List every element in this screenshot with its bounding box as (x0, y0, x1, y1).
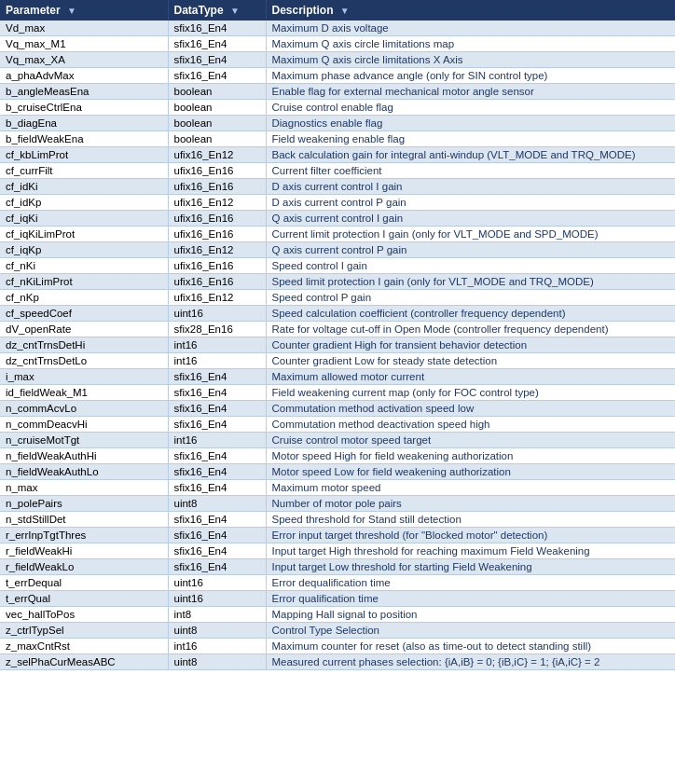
filter-icon-datatype[interactable]: ▼ (230, 6, 240, 16)
cell-datatype: uint16 (168, 306, 266, 322)
cell-description: D axis current control I gain (266, 179, 675, 195)
cell-datatype: boolean (168, 100, 266, 116)
cell-datatype: sfix16_En4 (168, 369, 266, 385)
cell-description: Diagnostics enable flag (266, 116, 675, 131)
table-row: b_angleMeasEnabooleanEnable flag for ext… (0, 84, 675, 100)
cell-parameter: cf_idKi (0, 179, 168, 195)
cell-description: Speed threshold for Stand still detectio… (266, 512, 675, 528)
cell-parameter: n_fieldWeakAuthLo (0, 464, 168, 480)
table-row: z_maxCntRstint16Maximum counter for rese… (0, 639, 675, 654)
cell-description: Maximum motor speed (266, 480, 675, 496)
col-header-parameter[interactable]: Parameter ▼ (0, 0, 168, 21)
cell-parameter: n_fieldWeakAuthHi (0, 448, 168, 464)
cell-datatype: sfix16_En4 (168, 559, 266, 575)
cell-parameter: cf_idKp (0, 195, 168, 211)
table-row: n_fieldWeakAuthLosfix16_En4Motor speed L… (0, 464, 675, 480)
cell-datatype: int16 (168, 433, 266, 448)
cell-datatype: uint16 (168, 591, 266, 607)
table-row: i_maxsfix16_En4Maximum allowed motor cur… (0, 369, 675, 385)
cell-parameter: cf_kbLimProt (0, 147, 168, 163)
cell-parameter: id_fieldWeak_M1 (0, 385, 168, 401)
table-row: cf_idKiufix16_En16D axis current control… (0, 179, 675, 195)
cell-parameter: dV_openRate (0, 322, 168, 337)
cell-parameter: cf_iqKi (0, 211, 168, 227)
table-row: n_fieldWeakAuthHisfix16_En4Motor speed H… (0, 448, 675, 464)
cell-datatype: sfix16_En4 (168, 543, 266, 559)
cell-datatype: sfix16_En4 (168, 52, 266, 68)
cell-description: Maximum phase advance angle (only for SI… (266, 68, 675, 84)
cell-description: Current limit protection I gain (only fo… (266, 227, 675, 242)
cell-parameter: cf_nKp (0, 290, 168, 306)
cell-parameter: n_max (0, 480, 168, 496)
cell-description: Speed control I gain (266, 258, 675, 274)
table-row: Vd_maxsfix16_En4Maximum D axis voltage (0, 21, 675, 36)
cell-parameter: n_commAcvLo (0, 401, 168, 417)
cell-parameter: b_angleMeasEna (0, 84, 168, 100)
cell-parameter: cf_iqKiLimProt (0, 227, 168, 242)
cell-parameter: Vq_max_M1 (0, 36, 168, 52)
table-row: dz_cntTrnsDetLoint16Counter gradient Low… (0, 353, 675, 369)
cell-datatype: boolean (168, 116, 266, 131)
cell-datatype: ufix16_En16 (168, 179, 266, 195)
cell-datatype: sfix16_En4 (168, 528, 266, 543)
table-row: n_maxsfix16_En4Maximum motor speed (0, 480, 675, 496)
cell-parameter: t_errQual (0, 591, 168, 607)
cell-description: Field weakening enable flag (266, 131, 675, 147)
table-row: t_errDequaluint16Error dequalification t… (0, 575, 675, 591)
table-row: cf_kbLimProtufix16_En12Back calculation … (0, 147, 675, 163)
cell-parameter: Vd_max (0, 21, 168, 36)
cell-description: Rate for voltage cut-off in Open Mode (c… (266, 322, 675, 337)
cell-parameter: r_errInpTgtThres (0, 528, 168, 543)
cell-parameter: z_maxCntRst (0, 639, 168, 654)
col-header-description[interactable]: Description ▼ (266, 0, 675, 21)
cell-description: Cruise control motor speed target (266, 433, 675, 448)
cell-datatype: ufix16_En16 (168, 211, 266, 227)
cell-parameter: cf_speedCoef (0, 306, 168, 322)
cell-datatype: uint16 (168, 575, 266, 591)
table-row: t_errQualuint16Error qualification time (0, 591, 675, 607)
cell-datatype: ufix16_En12 (168, 195, 266, 211)
cell-datatype: sfix16_En4 (168, 480, 266, 496)
table-row: n_polePairsuint8Number of motor pole pai… (0, 496, 675, 512)
cell-description: Motor speed High for field weakening aut… (266, 448, 675, 464)
cell-parameter: r_fieldWeakHi (0, 543, 168, 559)
filter-icon-description[interactable]: ▼ (340, 6, 350, 16)
cell-parameter: cf_nKiLimProt (0, 274, 168, 290)
cell-description: Cruise control enable flag (266, 100, 675, 116)
cell-parameter: cf_nKi (0, 258, 168, 274)
table-row: b_cruiseCtrlEnabooleanCruise control ena… (0, 100, 675, 116)
cell-datatype: ufix16_En12 (168, 147, 266, 163)
table-row: cf_idKpufix16_En12D axis current control… (0, 195, 675, 211)
cell-parameter: t_errDequal (0, 575, 168, 591)
cell-datatype: sfix28_En16 (168, 322, 266, 337)
cell-description: Field weakening current map (only for FO… (266, 385, 675, 401)
cell-datatype: boolean (168, 131, 266, 147)
table-row: id_fieldWeak_M1sfix16_En4Field weakening… (0, 385, 675, 401)
cell-parameter: Vq_max_XA (0, 52, 168, 68)
table-row: Vq_max_M1sfix16_En4Maximum Q axis circle… (0, 36, 675, 52)
table-row: b_diagEnabooleanDiagnostics enable flag (0, 116, 675, 131)
cell-description: Maximum Q axis circle limitations map (266, 36, 675, 52)
cell-description: Speed limit protection I gain (only for … (266, 274, 675, 290)
cell-description: Q axis current control P gain (266, 242, 675, 258)
cell-parameter: z_ctrlTypSel (0, 623, 168, 639)
cell-parameter: b_cruiseCtrlEna (0, 100, 168, 116)
cell-description: Input target Low threshold for starting … (266, 559, 675, 575)
cell-parameter: n_cruiseMotTgt (0, 433, 168, 448)
table-row: vec_hallToPosint8Mapping Hall signal to … (0, 607, 675, 623)
cell-description: Mapping Hall signal to position (266, 607, 675, 623)
cell-description: Measured current phases selection: {iA,i… (266, 654, 675, 670)
cell-parameter: z_selPhaCurMeasABC (0, 654, 168, 670)
cell-description: Counter gradient Low for steady state de… (266, 353, 675, 369)
table-row: n_cruiseMotTgtint16Cruise control motor … (0, 433, 675, 448)
cell-datatype: sfix16_En4 (168, 512, 266, 528)
cell-parameter: dz_cntTrnsDetHi (0, 337, 168, 353)
filter-icon-parameter[interactable]: ▼ (67, 6, 76, 16)
table-row: dV_openRatesfix28_En16Rate for voltage c… (0, 322, 675, 337)
cell-description: Commutation method deactivation speed hi… (266, 417, 675, 433)
table-row: cf_currFiltufix16_En16Current filter coe… (0, 163, 675, 179)
table-row: cf_nKiLimProtufix16_En16Speed limit prot… (0, 274, 675, 290)
col-header-datatype[interactable]: DataType ▼ (168, 0, 266, 21)
cell-datatype: uint8 (168, 496, 266, 512)
cell-parameter: cf_currFilt (0, 163, 168, 179)
